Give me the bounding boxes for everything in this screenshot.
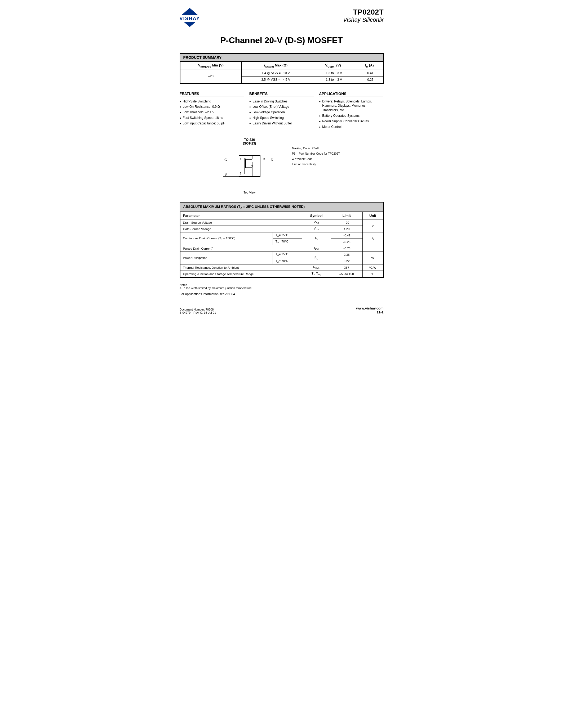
col-rds: rDS(on) Max (Ω) xyxy=(241,62,310,70)
list-item: Low On-Resistance: 0.9 Ω xyxy=(180,105,244,109)
svg-text:S: S xyxy=(224,172,227,176)
symbol-pd: PD xyxy=(302,251,331,264)
limit-pd2: 0.22 xyxy=(331,258,363,264)
symbol-rthja: Rth/A xyxy=(302,264,331,271)
logo-area: VISHAY xyxy=(180,8,200,27)
table-row: Drain-Source Voltage VDS –20 V xyxy=(180,219,383,226)
param-vgs: Gate-Source Voltage xyxy=(180,226,302,232)
table-row: Operating Junction and Storage Temperatu… xyxy=(180,271,383,277)
list-item: High-Speed Switching xyxy=(249,116,314,120)
table-row: Power Dissipation TA= 25°C PD 0.35 W xyxy=(180,251,383,258)
marking-ll: ll = Lot Traceability xyxy=(292,162,340,167)
table-row: Pulsed Drain Currenta IDM –0.75 xyxy=(180,245,383,251)
abs-max-section: ABSOLUTE MAXIMUM RATINGS (TA = 25°C UNLE… xyxy=(180,202,384,278)
limit-rthja: 357 xyxy=(331,264,363,271)
product-summary-header: PRODUCT SUMMARY xyxy=(180,54,383,61)
param-rthja: Thermal Resistance, Junction-to-Ambient xyxy=(180,264,302,271)
top-view-label: Top View xyxy=(243,191,255,194)
unit-v: V xyxy=(363,219,383,232)
header-divider xyxy=(180,30,384,30)
col-parameter: Parameter xyxy=(180,212,302,219)
svg-marker-8 xyxy=(251,165,253,167)
list-item: Drivers: Relays, Solenoids, Lamps, Hamme… xyxy=(319,99,383,113)
features-list: High-Side Switching Low On-Resistance: 0… xyxy=(180,99,244,126)
limit-vds: –20 xyxy=(331,219,363,226)
applications-col: APPLICATIONS Drivers: Relays, Solenoids,… xyxy=(319,92,383,130)
notes-section: Notes a. Pulse width limited by maximum … xyxy=(180,283,384,290)
list-item: High-Side Switching xyxy=(180,99,244,104)
page-header: VISHAY TP0202T Vishay Siliconix xyxy=(180,8,384,27)
logo-text: VISHAY xyxy=(180,16,200,21)
abs-max-table: Parameter Symbol Limit Unit Drain-Source… xyxy=(180,212,383,277)
marking-w: w = Week Code xyxy=(292,156,340,162)
cell-id1: –0.41 xyxy=(356,70,383,76)
cell-vgs2: –1.3 to – 3 V xyxy=(310,76,356,83)
three-col-section: FEATURES High-Side Switching Low On-Resi… xyxy=(180,92,384,130)
benefits-list: Ease in Driving Switches Low Offset (Err… xyxy=(249,99,314,126)
sub-param-id1: TA= 25°C xyxy=(272,232,302,239)
limit-pd1: 0.35 xyxy=(331,251,363,258)
applications-list: Drivers: Relays, Solenoids, Lamps, Hamme… xyxy=(319,99,383,129)
col-vbr: V(BR)DSS Min (V) xyxy=(180,62,241,70)
website: www.vishay.com xyxy=(356,306,383,310)
limit-id2: –0.26 xyxy=(331,239,363,245)
param-id: Continuous Drain Current (TJ = 150°C) xyxy=(180,232,272,245)
doc-number: Document Number: 70208 xyxy=(180,308,216,311)
svg-text:3: 3 xyxy=(263,158,265,161)
main-title: P-Channel 20-V (D-S) MOSFET xyxy=(180,35,384,45)
limit-vgs: ± 20 xyxy=(331,226,363,232)
part-number: TP0202T xyxy=(343,8,383,16)
list-item: Motor Control xyxy=(319,125,383,129)
svg-text:G: G xyxy=(224,158,227,162)
limit-id1: –0.41 xyxy=(331,232,363,239)
notes-title: Notes xyxy=(180,283,384,286)
symbol-vds: VDS xyxy=(302,219,331,226)
benefits-col: BENEFITS Ease in Driving Switches Low Of… xyxy=(249,92,314,130)
footer-right: www.vishay.com 11-1 xyxy=(356,306,383,314)
package-title: TO-236 (SOT-23) xyxy=(243,138,256,145)
page-number: 11-1 xyxy=(356,310,383,314)
svg-rect-0 xyxy=(239,155,260,177)
symbol-tj: TJ, Tstg xyxy=(302,271,331,277)
product-summary-section: PRODUCT SUMMARY V(BR)DSS Min (V) rDS(on)… xyxy=(180,53,384,84)
header-right: TP0202T Vishay Siliconix xyxy=(343,8,383,23)
features-title: FEATURES xyxy=(180,92,244,97)
sub-param-id2: TA= 70°C xyxy=(272,239,302,245)
list-item: Power Supply, Converter Circuits xyxy=(319,119,383,124)
benefits-title: BENEFITS xyxy=(249,92,314,97)
list-item: Easily Driven Without Buffer xyxy=(249,121,314,126)
package-diagram: TO-236 (SOT-23) xyxy=(223,138,276,194)
unit-a: A xyxy=(363,232,383,245)
table-row: Continuous Drain Current (TJ = 150°C) TA… xyxy=(180,232,383,239)
list-item: Ease in Driving Switches xyxy=(249,99,314,104)
package-section: TO-236 (SOT-23) xyxy=(180,138,384,194)
product-summary-table: V(BR)DSS Min (V) rDS(on) Max (Ω) VGS(th)… xyxy=(180,61,383,83)
logo-triangle-up-icon xyxy=(182,8,198,15)
table-row: Thermal Resistance, Junction-to-Ambient … xyxy=(180,264,383,271)
param-pd: Power Dissipation xyxy=(180,251,272,264)
list-item: Low Threshold: –2.1 V xyxy=(180,110,244,115)
col-limit: Limit xyxy=(331,212,363,219)
note-a: a. Pulse width limited by maximum juncti… xyxy=(180,286,384,290)
cell-id2: –0.27 xyxy=(356,76,383,83)
param-idm: Pulsed Drain Currenta xyxy=(180,245,302,251)
page-footer: Document Number: 70208 S-04279—Rev. G, 1… xyxy=(180,304,384,314)
features-col: FEATURES High-Side Switching Low On-Resi… xyxy=(180,92,244,130)
list-item: Low-Voltage Operation xyxy=(249,110,314,115)
marking-code: Marking Code: P3wll P3 = Part Number Cod… xyxy=(292,146,340,167)
symbol-vgs: VGS xyxy=(302,226,331,232)
col-symbol: Symbol xyxy=(302,212,331,219)
cell-rds2: 3.5 @ VGS = –4.5 V xyxy=(241,76,310,83)
unit-rthja: °C/W xyxy=(363,264,383,271)
col-unit: Unit xyxy=(363,212,383,219)
col-id: ID (A) xyxy=(356,62,383,70)
limit-idm: –0.75 xyxy=(331,245,363,251)
cell-vgs1: –1.3 to – 3 V xyxy=(310,70,356,76)
sub-param-pd1: TA= 25°C xyxy=(272,251,302,258)
svg-text:D: D xyxy=(271,158,273,162)
marking-code-label: Marking Code: P3wll xyxy=(292,146,340,151)
footer-left: Document Number: 70208 S-04279—Rev. G, 1… xyxy=(180,308,216,314)
sub-param-pd2: TA= 70°C xyxy=(272,258,302,264)
symbol-id: ID xyxy=(302,232,331,245)
svg-text:2: 2 xyxy=(240,172,241,175)
